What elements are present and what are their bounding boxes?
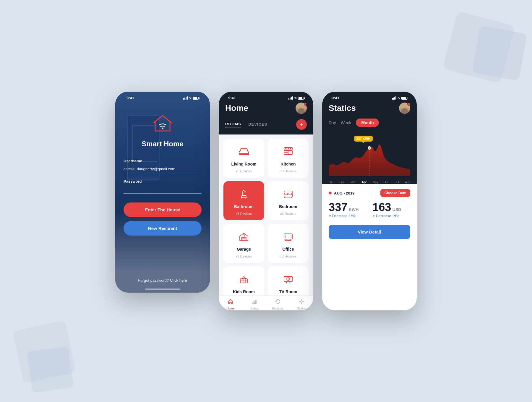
room-card-living-room[interactable]: Living Room x3 Devices [223, 139, 264, 178]
svg-point-40 [368, 147, 371, 149]
stats-date: AUG - 2019 [329, 191, 354, 195]
period-month[interactable]: Month [356, 119, 379, 127]
nav-statics-2[interactable]: Statics [242, 299, 266, 310]
period-week[interactable]: Week [341, 120, 351, 125]
username-input[interactable] [124, 165, 202, 173]
tab-devices[interactable]: DEVICES [248, 122, 267, 127]
room-devices-kitchen: x3 Devices [280, 169, 296, 173]
usd-value: 163 [372, 201, 391, 213]
wifi-icon-3: ∿ [398, 96, 400, 100]
nav-setting-label-2: Setting [297, 307, 306, 310]
room-devices-garage: x3 Devices [236, 255, 252, 258]
date-dot [329, 192, 332, 194]
energy-chart [329, 137, 410, 176]
battery-icon-2 [298, 97, 304, 100]
tabs-row: ROOMS DEVICES + [225, 119, 307, 130]
month-feb: Feb [339, 181, 344, 184]
month-labels: Jan Feb Mar Apr May Jun Jul Aug [322, 179, 417, 184]
kwh-value: 337 [329, 201, 347, 213]
room-name-office: Office [282, 247, 294, 252]
new-resident-button[interactable]: New Resident [124, 221, 202, 236]
stats-date-row: AUG - 2019 Choose Date [329, 189, 410, 197]
home-header: 9:41 ∿ Home [219, 92, 313, 134]
kids-room-icon [237, 272, 250, 286]
room-name-kids-room: Kids Room [233, 289, 255, 294]
app-title: Smart Home [142, 140, 183, 148]
statics-body: AUG - 2019 Choose Date 337 KWH Decrease … [322, 184, 417, 310]
home-title: Home [225, 103, 248, 113]
nav-home-2[interactable]: Home [219, 299, 242, 310]
wifi-icon-1: ∿ [189, 96, 192, 100]
stats-values: 337 KWH Decrease 27% 163 USD Decrease 19… [329, 202, 410, 218]
home-indicator-1 [145, 288, 180, 290]
add-button[interactable]: + [296, 119, 307, 130]
room-devices-bedroom: x3 Devices [280, 212, 296, 215]
svg-rect-23 [285, 235, 291, 238]
room-card-bathroom[interactable]: Bathroom x3 Devices [223, 181, 264, 220]
view-detail-button[interactable]: View Detail [329, 225, 410, 239]
office-icon [282, 230, 295, 244]
notification-dot-3 [407, 103, 410, 106]
svg-point-5 [285, 148, 286, 149]
room-card-garage[interactable]: Garage x3 Devices [223, 224, 264, 263]
enter-house-button[interactable]: Enter The House [124, 202, 202, 217]
month-mar: Mar [351, 181, 356, 184]
statics-title: Statics [329, 103, 356, 113]
room-card-kids-room[interactable]: Kids Room x3 Devices [223, 266, 264, 295]
screens-container: 9:41 ∿ [115, 92, 417, 310]
avatar-wrapper-3 [399, 103, 410, 114]
month-may: May [373, 181, 378, 184]
signal-icon-2 [288, 96, 293, 100]
usd-value-row: 163 USD [372, 202, 410, 213]
room-name-bedroom: Bedroom [279, 204, 297, 209]
tab-rooms[interactable]: ROOMS [225, 122, 241, 127]
nav-setting-2[interactable]: Setting [290, 299, 313, 310]
svg-rect-18 [243, 235, 245, 237]
forgot-password-text: Forgot password? Click here [138, 278, 187, 288]
kwh-change: Decrease 27% [329, 214, 366, 218]
rooms-grid: Living Room x3 Devices [219, 134, 313, 295]
username-group: Username [124, 159, 202, 173]
status-icons-2: ∿ [288, 96, 304, 100]
svg-line-8 [242, 198, 242, 199]
bedroom-icon [282, 187, 295, 201]
home-screen: 9:41 ∿ Home [219, 92, 313, 310]
home-nav-icon-2 [228, 299, 233, 306]
kwh-unit: KWH [349, 207, 359, 212]
login-screen: 9:41 ∿ [115, 92, 210, 293]
room-card-bedroom[interactable]: Bedroom x3 Devices [268, 181, 309, 220]
setting-nav-icon-2 [299, 299, 304, 306]
nav-routines-2[interactable]: Routines [266, 299, 290, 310]
avatar-wrapper [296, 103, 307, 114]
month-jun: Jun [385, 181, 389, 184]
room-name-bathroom: Bathroom [234, 204, 254, 209]
home-title-row: Home [225, 103, 307, 114]
period-tabs: Day Week Month [329, 119, 410, 127]
click-here-link[interactable]: Click here [170, 278, 187, 283]
password-input[interactable] [124, 185, 202, 194]
svg-line-33 [290, 282, 290, 283]
room-card-kitchen[interactable]: Kitchen x3 Devices [268, 139, 309, 178]
svg-point-7 [290, 148, 291, 149]
bathroom-icon [237, 187, 250, 201]
room-devices-office: x3 Devices [280, 255, 296, 258]
period-day[interactable]: Day [329, 120, 336, 125]
month-jul: Jul [395, 181, 399, 184]
room-devices-bathroom: x3 Devices [236, 212, 252, 215]
signal-icon-3 [392, 96, 396, 100]
room-card-tv-room[interactable]: TV Room x3 Devices [268, 266, 309, 295]
room-name-kitchen: Kitchen [280, 162, 296, 166]
garage-icon [237, 230, 250, 244]
signal-icon-1 [183, 96, 188, 100]
room-card-office[interactable]: Office x3 Devices [268, 224, 309, 263]
wifi-icon-2: ∿ [294, 96, 297, 100]
choose-date-button[interactable]: Choose Date [380, 189, 410, 197]
svg-line-32 [286, 282, 287, 283]
bg-decoration-1 [443, 11, 515, 84]
status-bar-1: 9:41 ∿ [124, 92, 202, 103]
statics-title-row: Statics [329, 103, 410, 114]
statics-header: 9:41 ∿ Statics [322, 92, 417, 132]
room-name-living-room: Living Room [231, 162, 257, 166]
chart-area: 337 KWH [322, 132, 417, 179]
usd-change: Decrease 19% [372, 214, 410, 218]
